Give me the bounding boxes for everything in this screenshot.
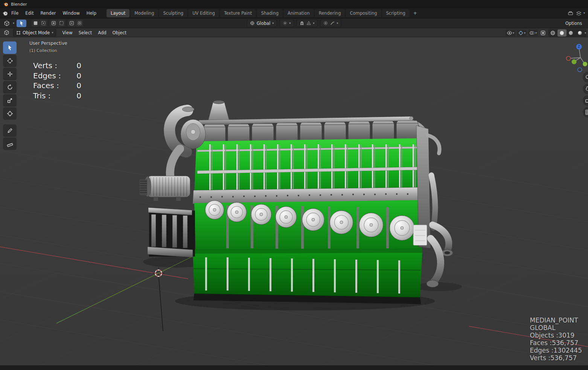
tab-shading[interactable]: Shading xyxy=(257,9,283,17)
shading-material-button[interactable] xyxy=(567,29,576,37)
menu-edit[interactable]: Edit xyxy=(22,9,37,17)
menu-window[interactable]: Window xyxy=(59,9,83,17)
overlays-icon xyxy=(529,30,535,36)
transform-info-overlay: MEDIAN_POINT GLOBAL Objects :3019 Faces … xyxy=(530,316,582,362)
annotate-tool-button[interactable] xyxy=(3,124,17,137)
stat-faces-value: 0 xyxy=(69,81,81,91)
rendered-sphere-icon xyxy=(577,30,583,36)
editor-type-icon[interactable] xyxy=(3,29,10,36)
camera-view-button[interactable] xyxy=(583,95,588,106)
chevron-down-icon[interactable]: ▾ xyxy=(13,22,14,25)
shading-mode-group: ▾ xyxy=(548,29,586,37)
measure-tool-button[interactable] xyxy=(3,138,17,150)
stat-tris-label: Tris : xyxy=(33,91,69,101)
gizmo-y-neg-axis[interactable] xyxy=(583,62,587,66)
editor-type-icon[interactable] xyxy=(3,20,11,27)
shading-wireframe-button[interactable] xyxy=(548,29,558,37)
turbocharger xyxy=(169,107,206,152)
scene-statistics: Verts :0 Edges :0 Faces :0 Tris :0 xyxy=(33,61,81,101)
move-icon xyxy=(7,71,13,77)
menu-render[interactable]: Render xyxy=(37,9,59,17)
object-mode-icon xyxy=(16,31,21,35)
chevron-down-icon: ▾ xyxy=(337,22,338,25)
viewport-3d[interactable]: User Perspective (1) Collection Verts :0… xyxy=(0,37,588,365)
rotate-tool-button[interactable] xyxy=(3,81,17,93)
select-cursor-icon xyxy=(7,44,13,51)
gizmo-z-label: Z xyxy=(578,45,580,49)
view-perspective-label: User Perspective xyxy=(29,41,67,46)
toolbar-toggle-6-icon[interactable] xyxy=(76,20,83,27)
gizmo-compass-icon xyxy=(518,30,524,36)
select-box-tool-button[interactable] xyxy=(3,41,17,54)
tab-scripting[interactable]: Scripting xyxy=(382,9,410,17)
transform-tool-button[interactable] xyxy=(3,107,17,120)
object-visibility-dropdown[interactable]: ▾ xyxy=(506,30,515,36)
view-info-overlay: User Perspective (1) Collection xyxy=(29,41,67,53)
toolbar-toggle-2-icon[interactable] xyxy=(40,20,47,27)
transform-orientation-dropdown[interactable]: Global ▾ xyxy=(247,20,277,27)
mode-label: Object Mode xyxy=(23,30,50,35)
chevron-down-icon: ▾ xyxy=(52,31,53,34)
toolbar-toggle-4-icon[interactable] xyxy=(58,20,65,27)
gizmo-z-neg-axis[interactable] xyxy=(578,68,582,72)
blender-logo-icon[interactable] xyxy=(2,11,8,16)
snapping-controls[interactable]: ▾ xyxy=(296,20,317,27)
tab-sculpting[interactable]: Sculpting xyxy=(159,9,187,17)
tab-rendering[interactable]: Rendering xyxy=(315,9,345,17)
menu-help[interactable]: Help xyxy=(83,9,100,17)
eye-icon xyxy=(507,30,512,36)
chevron-down-icon: ▾ xyxy=(524,32,526,35)
menu-add[interactable]: Add xyxy=(95,29,109,37)
falloff-curve-icon xyxy=(330,21,335,26)
pan-button[interactable] xyxy=(583,84,588,94)
cursor-tool-button[interactable] xyxy=(3,55,17,67)
overlays-dropdown[interactable]: ▾ xyxy=(528,30,538,36)
proportional-editing-controls[interactable]: ▾ xyxy=(320,20,341,27)
shading-rendered-button[interactable] xyxy=(576,29,585,37)
tab-compositing[interactable]: Compositing xyxy=(346,9,381,17)
blender-app-icon xyxy=(3,2,8,7)
nav-gizmo[interactable]: Z xyxy=(565,40,588,76)
menu-object[interactable]: Object xyxy=(110,29,129,37)
camera-icon xyxy=(585,97,588,104)
toggle-perspective-button[interactable] xyxy=(583,107,588,118)
scale-tool-button[interactable] xyxy=(3,94,17,107)
pivot-point-dropdown[interactable]: ▾ xyxy=(279,20,294,27)
shading-solid-button[interactable] xyxy=(558,29,567,37)
tab-layout[interactable]: Layout xyxy=(107,9,129,17)
gizmo-y-axis[interactable] xyxy=(572,60,577,64)
measure-ruler-icon xyxy=(7,141,13,147)
3d-cursor-icon xyxy=(7,58,13,64)
toolbar-toggle-3-icon[interactable] xyxy=(50,20,57,27)
scene-icon[interactable] xyxy=(567,10,574,17)
menu-select[interactable]: Select xyxy=(76,29,95,37)
tab-modeling[interactable]: Modeling xyxy=(130,9,158,17)
active-tool-button[interactable] xyxy=(17,20,26,27)
tab-animation[interactable]: Animation xyxy=(283,9,314,17)
rotate-icon xyxy=(7,84,13,90)
toolbar-toggle-1-icon[interactable] xyxy=(32,20,39,27)
blender-window: Blender File Edit Render Window Help Lay… xyxy=(0,0,588,370)
stat-faces-label: Faces : xyxy=(33,81,69,91)
add-workspace-button[interactable]: + xyxy=(410,9,420,17)
gizmo-x-axis[interactable] xyxy=(567,57,571,61)
chevron-down-icon[interactable]: ▾ xyxy=(585,32,586,35)
options-button[interactable]: Options xyxy=(562,20,585,27)
tab-uv-editing[interactable]: UV Editing xyxy=(188,9,219,17)
tab-texture-paint[interactable]: Texture Paint xyxy=(220,9,256,17)
xray-toggle[interactable] xyxy=(539,29,547,37)
mode-dropdown[interactable]: Object Mode ▾ xyxy=(13,29,56,37)
menu-file[interactable]: File xyxy=(8,9,22,17)
zoom-button[interactable] xyxy=(583,72,588,83)
faces-count-label: Faces :536,757 xyxy=(530,339,582,347)
view-layer-icon[interactable] xyxy=(575,10,582,17)
material-sphere-icon xyxy=(568,30,574,36)
gizmos-dropdown[interactable]: ▾ xyxy=(517,30,527,36)
chevron-down-icon: ▾ xyxy=(513,32,514,35)
viewport-3d-scene[interactable] xyxy=(0,37,588,365)
move-tool-button[interactable] xyxy=(3,68,17,80)
menu-view[interactable]: View xyxy=(59,29,75,37)
chevron-down-icon[interactable]: ▾ xyxy=(583,12,585,15)
toolbar-toggle-5-icon[interactable] xyxy=(68,20,75,27)
viewport-menus: View Select Add Object xyxy=(59,29,129,37)
